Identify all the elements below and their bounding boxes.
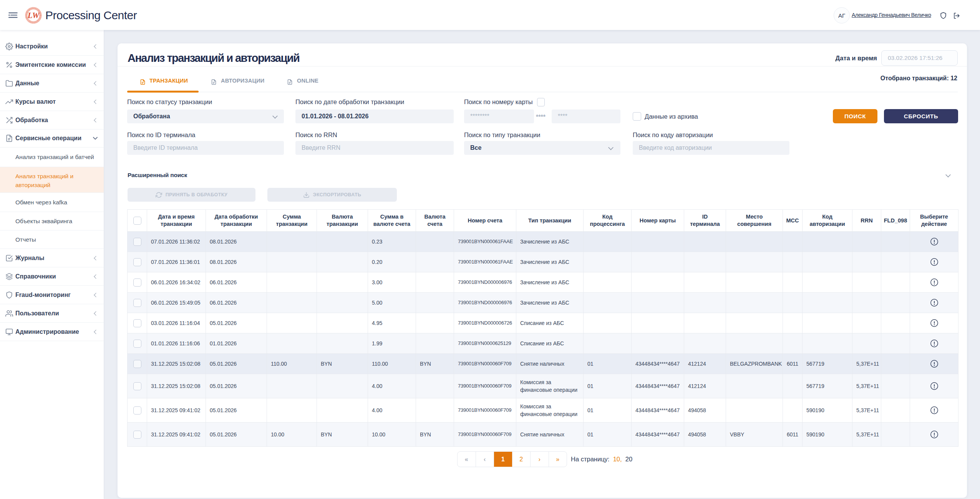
svg-text:LW: LW [27, 11, 40, 20]
